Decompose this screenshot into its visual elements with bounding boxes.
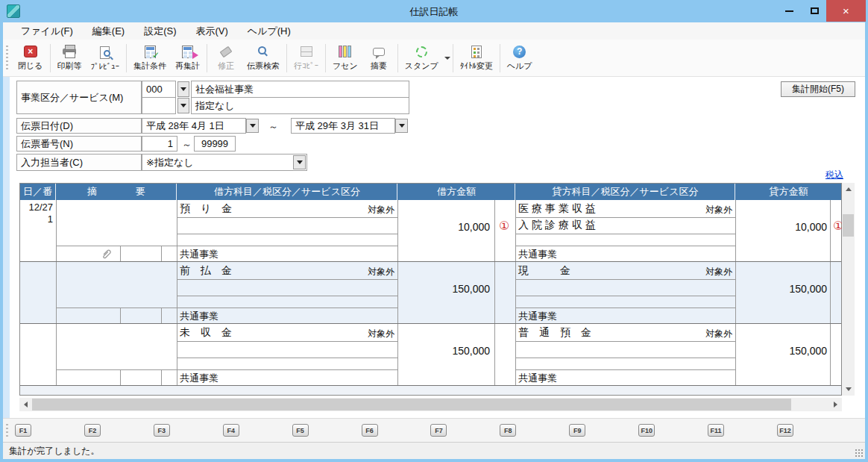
date-to-dropdown-button[interactable] bbox=[395, 119, 408, 133]
slip-number-to-input[interactable]: 99999 bbox=[194, 136, 236, 152]
credit-business: 共通事業 bbox=[518, 372, 557, 385]
stamp-dropdown-icon[interactable] bbox=[444, 57, 450, 60]
horizontal-scrollbar[interactable] bbox=[19, 398, 842, 411]
debit-amount: 150,000 bbox=[397, 283, 490, 295]
journal-table-header: 日／番 摘 要 借方科目／税区分／サービス区分 借方金額 貸方科目／税区分／サー… bbox=[20, 184, 841, 200]
credit-account: 普 通 預 金 bbox=[518, 326, 591, 340]
fusen-marker[interactable]: ① bbox=[499, 220, 509, 232]
debit-business: 共通事業 bbox=[180, 248, 218, 261]
date-to-field[interactable]: 平成 29年 3月 31日 bbox=[291, 118, 395, 134]
toolbar-close-button[interactable]: × 閉じる bbox=[13, 43, 48, 73]
fnkey-f6[interactable]: F6 bbox=[362, 424, 378, 437]
slip-number-separator: ～ bbox=[182, 138, 192, 152]
fnkey-f1[interactable]: F1 bbox=[15, 424, 31, 437]
journal-row[interactable]: 前 払 金 対象外 共通事業 150,000 現 金 対象外 共通事業 150,… bbox=[20, 262, 841, 324]
header-debit-account: 借方科目／税区分／サービス区分 bbox=[177, 184, 397, 200]
toolbar-help-button[interactable]: ? ヘルプ bbox=[503, 43, 537, 73]
fnkey-f8[interactable]: F8 bbox=[500, 424, 516, 437]
journal-row[interactable]: 未 収 金 対象外 共通事業 150,000 普 通 預 金 対象外 共通事業 … bbox=[20, 324, 841, 386]
toolbar-aggregate-condition-button[interactable]: ✓ 集計条件 bbox=[129, 43, 171, 73]
header-credit-account: 貸方科目／税区分／サービス区分 bbox=[516, 184, 735, 200]
resize-grip-icon[interactable] bbox=[855, 449, 863, 457]
business-code-input-2[interactable] bbox=[142, 97, 176, 114]
window-content: ファイル(F) 編集(E) 設定(S) 表示(V) ヘルプ(H) × 閉じる 印… bbox=[3, 22, 865, 459]
close-window-button[interactable]: × bbox=[826, 0, 866, 22]
scroll-down-button[interactable] bbox=[842, 383, 855, 396]
vertical-scrollbar[interactable] bbox=[842, 183, 855, 396]
fnkey-f2[interactable]: F2 bbox=[84, 424, 101, 437]
fnkey-f9[interactable]: F9 bbox=[569, 424, 585, 437]
fnkey-f4[interactable]: F4 bbox=[223, 424, 239, 437]
scroll-up-button[interactable] bbox=[842, 183, 855, 196]
fnkey-f5[interactable]: F5 bbox=[292, 424, 309, 437]
menu-help[interactable]: ヘルプ(H) bbox=[248, 25, 291, 38]
title-change-icon bbox=[468, 44, 485, 59]
row-copy-icon bbox=[298, 44, 315, 59]
fnkey-f10[interactable]: F10 bbox=[638, 424, 655, 437]
minimize-icon bbox=[785, 10, 793, 12]
debit-tax-class: 対象外 bbox=[304, 328, 394, 340]
fnkey-f7[interactable]: F7 bbox=[430, 424, 447, 437]
person-select[interactable]: ※指定なし bbox=[142, 154, 307, 171]
arrow-up-icon bbox=[846, 187, 852, 191]
minimize-button[interactable] bbox=[777, 0, 801, 22]
business-name-field-1[interactable]: 社会福祉事業 bbox=[191, 81, 409, 98]
header-credit-amount: 貸方金額 bbox=[736, 184, 841, 200]
credit-tax-class: 対象外 bbox=[641, 204, 732, 216]
toolbar-summary-button[interactable]: 摘要 bbox=[362, 43, 395, 73]
business-dropdown-button-1[interactable] bbox=[177, 81, 189, 97]
fnbar-grip[interactable] bbox=[6, 424, 8, 437]
journal-row[interactable]: 12/27 1 預 り 金 対象外 共通事業 10,000 ① 医療事業収益 入… bbox=[20, 200, 841, 262]
date-from-dropdown-button[interactable] bbox=[246, 119, 259, 133]
aggregate-condition-icon: ✓ bbox=[142, 44, 158, 59]
business-filter-label: 事業区分／サービス(M) bbox=[16, 81, 142, 114]
toolbar-title-change-button[interactable]: ﾀｲﾄﾙ変更 bbox=[456, 43, 497, 73]
scroll-right-button[interactable] bbox=[829, 398, 842, 411]
start-aggregate-button[interactable]: 集計開始(F5) bbox=[781, 81, 855, 97]
slip-number-from-input[interactable]: 1 bbox=[142, 136, 177, 152]
toolbar-fusen-button[interactable]: フセン bbox=[328, 43, 362, 73]
credit-tax-class: 対象外 bbox=[641, 328, 732, 340]
menu-file[interactable]: ファイル(F) bbox=[21, 25, 73, 38]
toolbar-separator bbox=[397, 44, 398, 72]
toolbar-separator bbox=[500, 44, 500, 72]
debit-account: 預 り 金 bbox=[180, 202, 232, 216]
fnkey-f12[interactable]: F12 bbox=[777, 424, 793, 437]
business-dropdown-button-2[interactable] bbox=[177, 98, 189, 113]
maximize-button[interactable] bbox=[802, 0, 826, 22]
business-name-field-2[interactable]: 指定なし bbox=[191, 97, 409, 114]
toolbar-slip-search-button[interactable]: 伝票検索 bbox=[242, 43, 284, 73]
date-filter-label: 伝票日付(D) bbox=[16, 118, 142, 134]
tax-included-link[interactable]: 税込 bbox=[825, 169, 843, 181]
dropdown-arrow-icon bbox=[250, 124, 256, 128]
toolbar-preview-button[interactable]: ﾌﾟﾚﾋﾞｭｰ bbox=[87, 44, 125, 72]
header-summary: 摘 要 bbox=[57, 184, 177, 200]
menu-view[interactable]: 表示(V) bbox=[196, 25, 228, 38]
scroll-left-button[interactable] bbox=[19, 398, 32, 411]
vertical-scrollbar-thumb[interactable] bbox=[843, 214, 854, 237]
menu-edit[interactable]: 編集(E) bbox=[92, 25, 125, 38]
fnkey-f3[interactable]: F3 bbox=[154, 424, 170, 437]
credit-amount: 10,000 bbox=[735, 221, 827, 233]
toolbar-re-aggregate-button[interactable]: 再集計 bbox=[171, 43, 204, 73]
paperclip-icon[interactable] bbox=[101, 248, 113, 260]
table-empty-area bbox=[20, 386, 841, 395]
printer-icon bbox=[61, 44, 78, 59]
toolbar-print-button[interactable]: 印刷等 bbox=[53, 43, 87, 73]
credit-account: 現 金 bbox=[518, 264, 570, 278]
fnkey-f11[interactable]: F11 bbox=[708, 424, 724, 437]
toolbar-separator bbox=[286, 44, 287, 72]
row-date: 12/27 bbox=[20, 202, 53, 213]
person-dropdown-button[interactable] bbox=[293, 155, 306, 169]
horizontal-scrollbar-thumb[interactable] bbox=[32, 399, 791, 411]
menu-settings[interactable]: 設定(S) bbox=[144, 25, 176, 38]
re-aggregate-icon bbox=[180, 44, 196, 59]
business-code-input-1[interactable]: 000 bbox=[142, 81, 176, 98]
toolbar-grip[interactable] bbox=[6, 46, 8, 71]
date-from-field[interactable]: 平成 28年 4月 1日 bbox=[142, 118, 246, 134]
credit-amount: 150,000 bbox=[735, 283, 827, 295]
toolbar: × 閉じる 印刷等 ﾌﾟﾚﾋﾞｭｰ ✓ 集計条件 再集計 bbox=[3, 40, 865, 77]
fusen-tabs-icon bbox=[337, 44, 353, 59]
left-panel-strip bbox=[3, 77, 10, 420]
toolbar-stamp-button[interactable]: スタンプ bbox=[400, 43, 443, 73]
